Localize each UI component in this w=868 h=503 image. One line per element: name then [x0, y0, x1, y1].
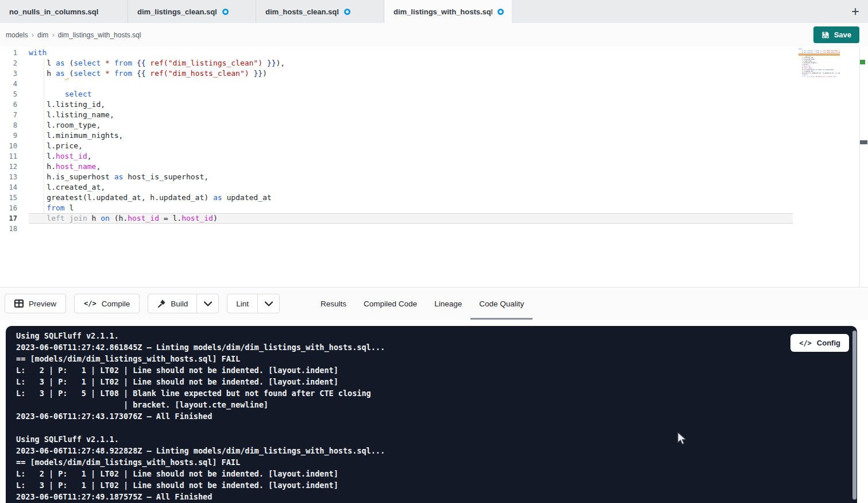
lint-button[interactable]: Lint [227, 294, 257, 313]
line-number: 6 [0, 99, 17, 110]
panel-tab-lineage[interactable]: Lineage [426, 287, 470, 320]
code-icon: </> [799, 339, 812, 347]
code-line[interactable]: l as (select * from {{ ref("dim_listings… [29, 58, 793, 68]
compile-label: Compile [102, 300, 130, 308]
unsaved-changes-icon [497, 9, 504, 15]
line-number: 8 [0, 120, 17, 130]
line-number: 13 [0, 172, 17, 182]
code-line[interactable]: l.price, [29, 141, 793, 151]
code-row: 1with [0, 48, 804, 58]
code-row: 4 [0, 79, 804, 89]
panel-tab-compiled-code[interactable]: Compiled Code [355, 287, 426, 320]
config-button[interactable]: </> Config [790, 334, 849, 352]
action-bar: Preview </> Compile Build [0, 287, 868, 320]
line-number: 12 [0, 162, 17, 172]
code-line[interactable]: h.is_superhost as host_is_superhost, [29, 172, 793, 182]
line-number: 9 [0, 130, 17, 141]
code-line[interactable]: left join h on (h.host_id = l.host_id) [29, 213, 793, 224]
code-row: 6 l.listing_id, [0, 99, 804, 110]
terminal-line: Using SQLFluff v2.1.1. [16, 433, 857, 445]
breadcrumb: models›dim›dim_listings_with_hosts.sql [6, 30, 141, 39]
editor-lines: 1with2 l as (select * from {{ ref("dim_l… [0, 48, 804, 234]
code-row: 13 h.is_superhost as host_is_superhost, [0, 172, 804, 182]
file-header: models›dim›dim_listings_with_hosts.sql S… [0, 23, 868, 47]
breadcrumb-item[interactable]: dim [37, 31, 48, 39]
terminal-line: L: 2 | P: 1 | LT02 | Line should not be … [16, 468, 857, 479]
code-line[interactable]: select [29, 89, 793, 99]
code-line[interactable] [29, 224, 793, 234]
code-row: 16 from l [0, 203, 804, 213]
breadcrumb-item[interactable]: dim_listings_with_hosts.sql [58, 31, 141, 39]
terminal-line: Using SQLFluff v2.1.1. [16, 330, 857, 341]
code-line[interactable]: greatest(l.updated_at, h.updated_at) as … [29, 193, 793, 203]
terminal-line [16, 422, 857, 433]
code-row: 10 l.price, [0, 141, 804, 151]
terminal-output: Using SQLFluff v2.1.1.2023-06-06T11:27:4… [6, 326, 857, 503]
code-line[interactable] [29, 79, 793, 89]
code-line[interactable]: h.host_name, [29, 162, 793, 172]
editor-tab[interactable]: dim_hosts_clean.sql [256, 0, 384, 23]
tab-label: no_nulls_in_columns.sql [9, 7, 98, 16]
save-button[interactable]: Save [813, 26, 859, 43]
lint-dropdown-button[interactable] [257, 294, 279, 313]
terminal-line: 2023-06-06T11:27:42.861845Z — Linting mo… [16, 341, 857, 353]
code-editor[interactable]: 1with2 l as (select * from {{ ref("dim_l… [0, 47, 868, 287]
terminal-line: L: 3 | P: 1 | LT02 | Line should not be … [16, 376, 857, 387]
editor-tab[interactable]: no_nulls_in_columns.sql [0, 0, 128, 23]
code-row: 18 [0, 224, 804, 234]
editor-tab[interactable]: dim_listings_with_hosts.sql [384, 0, 512, 23]
preview-button[interactable]: Preview [5, 294, 66, 313]
editor-scrollbar-thumb[interactable] [860, 140, 867, 144]
compile-button[interactable]: </> Compile [74, 294, 140, 313]
panel-tab-results[interactable]: Results [312, 287, 355, 320]
tab-label: dim_hosts_clean.sql [265, 7, 339, 16]
breadcrumb-item[interactable]: models [6, 31, 28, 39]
minimap[interactable]: with l as (select * from {{ ref("dim_lis… [798, 48, 840, 113]
code-line[interactable]: l.host_id, [29, 151, 793, 162]
code-row: 8 l.room_type, [0, 120, 804, 130]
line-number: 10 [0, 141, 17, 151]
tab-strip: no_nulls_in_columns.sqldim_listings_clea… [0, 0, 512, 23]
code-line[interactable]: l.room_type, [29, 120, 793, 130]
code-row: 14 l.created_at, [0, 182, 804, 193]
code-line[interactable]: from l [29, 203, 793, 213]
code-line[interactable]: l.minimum_nights, [29, 130, 793, 141]
chevron-down-icon [265, 301, 273, 306]
tab-label: dim_listings_with_hosts.sql [394, 7, 492, 16]
build-button[interactable]: Build [148, 294, 196, 313]
terminal-line: 2023-06-06T11:27:43.173076Z — All Finish… [16, 410, 857, 422]
line-number: 18 [0, 224, 17, 234]
terminal-line: 2023-06-06T11:27:49.187575Z — All Finish… [16, 491, 857, 502]
build-dropdown-button[interactable] [196, 294, 218, 313]
code-row: 15 greatest(l.updated_at, h.updated_at) … [0, 193, 804, 203]
code-row: 2 l as (select * from {{ ref("dim_listin… [0, 58, 804, 68]
line-number: 17 [0, 213, 17, 224]
editor-scrollbar-track [859, 47, 860, 320]
tab-label: dim_listings_clean.sql [137, 7, 217, 16]
new-tab-button[interactable]: + [846, 2, 865, 21]
code-line[interactable]: l.listing_name, [29, 110, 793, 120]
unsaved-changes-icon [222, 9, 229, 15]
line-number: 5 [0, 89, 17, 99]
overview-ruler-marker [860, 60, 865, 64]
unsaved-changes-icon [344, 9, 350, 15]
line-number: 15 [0, 193, 17, 203]
code-line[interactable]: l.listing_id, [29, 99, 793, 110]
code-icon: </> [84, 300, 97, 308]
terminal-scrollbar[interactable] [852, 331, 857, 500]
line-number: 14 [0, 182, 17, 193]
code-line[interactable]: with [29, 48, 793, 58]
editor-tab[interactable]: dim_listings_clean.sql [128, 0, 256, 23]
terminal-line: L: 3 | P: 5 | LT08 | Blank line expected… [16, 387, 857, 399]
line-number: 7 [0, 110, 17, 120]
panel-tab-code-quality[interactable]: Code Quality [470, 287, 533, 320]
build-split-button: Build [148, 294, 219, 313]
hammer-icon [157, 300, 165, 308]
line-number: 11 [0, 151, 17, 162]
code-line[interactable]: l.created_at, [29, 182, 793, 193]
line-number: 2 [0, 58, 17, 68]
preview-label: Preview [29, 300, 56, 308]
panel-tabs: ResultsCompiled CodeLineageCode Quality [312, 287, 533, 320]
minimap-highlight-marker [798, 53, 840, 56]
code-line[interactable]: h as (select * from {{ ref("dim_hosts_cl… [29, 68, 793, 79]
